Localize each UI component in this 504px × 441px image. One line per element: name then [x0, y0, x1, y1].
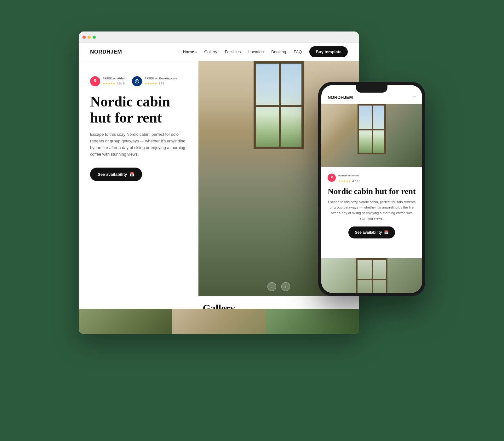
phone-hero-image: [321, 104, 422, 167]
phone-menu-icon[interactable]: ≡: [413, 94, 416, 100]
browser-maximize-dot[interactable]: [93, 36, 96, 39]
carousel-prev-button[interactable]: ‹: [267, 282, 276, 291]
carousel-controls: ‹ ›: [267, 282, 290, 291]
booking-rating-score: 5 / 5: [158, 82, 164, 85]
nav-link-faq[interactable]: FAQ: [294, 49, 302, 54]
availability-button-label: See availability: [98, 172, 127, 177]
browser-minimize-dot[interactable]: [88, 36, 91, 39]
nav-link-location[interactable]: Location: [248, 49, 264, 54]
airbnb-logo-icon: [92, 78, 98, 84]
gallery-thumb-1[interactable]: [79, 309, 172, 334]
nav-link-booking[interactable]: Booking: [271, 49, 286, 54]
phone-mockup: NORDHJEM ≡ RATED on Airbnb: [318, 82, 425, 296]
phone-rating-text: RATED on Airbnb ★★★★★ 4.5 / 5: [338, 172, 360, 183]
calendar-icon: 📅: [129, 172, 135, 177]
cabin-window-frame: [254, 61, 304, 149]
booking-icon: b: [132, 76, 142, 86]
phone-availability-label: See availability: [355, 230, 382, 235]
desktop-browser: NORDHJEM Home Gallery Facilities Locatio…: [79, 32, 359, 334]
svg-text:b: b: [136, 80, 137, 83]
phone-airbnb-logo-icon: [329, 175, 334, 180]
airbnb-rating-label: RATED on Airbnb: [103, 77, 126, 80]
see-availability-button[interactable]: See availability 📅: [90, 168, 142, 181]
buy-template-button[interactable]: Buy template: [309, 46, 348, 57]
booking-rating-stars: ★★★★★: [145, 82, 157, 85]
scene: NORDHJEM Home Gallery Facilities Locatio…: [79, 32, 425, 410]
booking-logo-icon: b: [134, 78, 140, 84]
phone-airbnb-stars: ★★★★★: [338, 180, 351, 183]
phone-availability-button[interactable]: See availability 📅: [348, 226, 395, 238]
airbnb-icon: [90, 76, 100, 86]
booking-rating-label: RATED on Booking.com: [145, 77, 177, 80]
nav-link-gallery[interactable]: Gallery: [204, 49, 217, 54]
booking-rating-text: RATED on Booking.com ★★★★★ 5 / 5: [145, 77, 177, 86]
carousel-next-button[interactable]: ›: [281, 282, 290, 291]
airbnb-rating-stars: ★★★★★: [103, 82, 115, 85]
ratings-row: RATED on Airbnb ★★★★★ 4.5 / 5 b: [90, 76, 187, 86]
phone-notch: [356, 85, 387, 93]
phone-airbnb-rating-badge: RATED on Airbnb ★★★★★ 4.5 / 5: [328, 172, 416, 183]
phone-airbnb-rating-label: RATED on Airbnb: [338, 174, 359, 177]
gallery-thumb-2[interactable]: [172, 309, 266, 334]
gallery-thumb-3[interactable]: [266, 309, 359, 334]
gallery-thumbnails: [79, 309, 359, 334]
phone-calendar-icon: 📅: [384, 230, 389, 235]
airbnb-rating-badge: RATED on Airbnb ★★★★★ 4.5 / 5: [90, 76, 126, 86]
hero-left-panel: RATED on Airbnb ★★★★★ 4.5 / 5 b: [79, 61, 198, 296]
phone-hero-title: Nordic cabin hut for rent: [328, 187, 416, 196]
booking-rating-badge: b RATED on Booking.com ★★★★★ 5 / 5: [132, 76, 177, 86]
phone-inner: NORDHJEM ≡ RATED on Airbnb: [321, 85, 422, 293]
airbnb-rating-text: RATED on Airbnb ★★★★★ 4.5 / 5: [103, 77, 126, 86]
nav-link-home[interactable]: Home: [183, 49, 197, 54]
phone-hero-description: Escape to this cozy Nordic cabin, perfec…: [328, 199, 416, 221]
desktop-brand-logo: NORDHJEM: [90, 49, 122, 55]
browser-chrome: [79, 32, 359, 43]
nav-link-facilities[interactable]: Facilities: [225, 49, 241, 54]
phone-content: RATED on Airbnb ★★★★★ 4.5 / 5 Nordic cab…: [321, 167, 422, 243]
desktop-nav: NORDHJEM Home Gallery Facilities Locatio…: [79, 43, 359, 61]
hero-description: Escape to this cozy Nordic cabin, perfec…: [90, 131, 187, 158]
airbnb-rating-score: 4.5 / 5: [117, 82, 124, 85]
phone-airbnb-score: 4.5 / 5: [352, 180, 360, 183]
phone-bottom-frame: [356, 258, 387, 293]
phone-bottom-image: [321, 258, 422, 293]
phone-brand-logo: NORDHJEM: [328, 95, 353, 100]
phone-window-frame: [358, 104, 386, 154]
desktop-hero: RATED on Airbnb ★★★★★ 4.5 / 5 b: [79, 61, 359, 296]
phone-airbnb-icon: [328, 174, 336, 182]
browser-close-dot[interactable]: [83, 36, 86, 39]
desktop-nav-links: Home Gallery Facilities Location Booking…: [183, 49, 302, 54]
hero-title: Nordic cabin hut for rent: [90, 94, 187, 126]
